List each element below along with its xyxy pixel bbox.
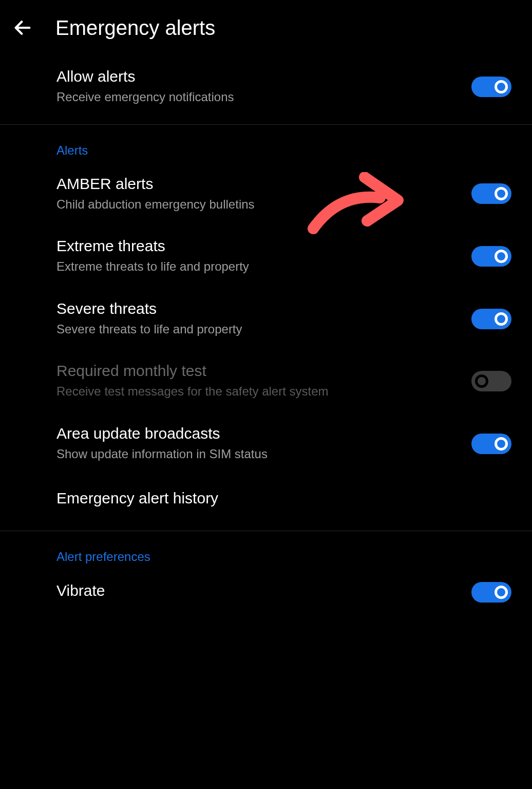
monthly-test-subtitle: Receive test messages for the safety ale… xyxy=(56,383,461,400)
toggle-knob-icon xyxy=(495,312,508,326)
toggle-knob-icon xyxy=(475,374,488,388)
vibrate-row[interactable]: Vibrate xyxy=(0,569,532,615)
allow-alerts-row[interactable]: Allow alerts Receive emergency notificat… xyxy=(0,55,532,118)
arrow-left-icon xyxy=(12,17,33,38)
toggle-knob-icon xyxy=(495,80,508,93)
area-broadcasts-subtitle: Show update information in SIM status xyxy=(56,445,461,463)
page-title: Emergency alerts xyxy=(55,16,215,40)
alerts-section-header: Alerts xyxy=(0,125,532,163)
area-broadcasts-title: Area update broadcasts xyxy=(56,425,461,442)
amber-alerts-title: AMBER alerts xyxy=(56,175,461,193)
monthly-test-title: Required monthly test xyxy=(56,362,461,380)
preferences-section-header: Alert preferences xyxy=(0,531,532,569)
amber-alerts-subtitle: Child abduction emergency bulletins xyxy=(56,196,461,213)
amber-alerts-toggle[interactable] xyxy=(471,183,511,204)
extreme-threats-toggle[interactable] xyxy=(471,246,511,267)
allow-alerts-title: Allow alerts xyxy=(56,68,461,85)
vibrate-text: Vibrate xyxy=(56,582,471,603)
toggle-knob-icon xyxy=(495,586,508,599)
back-button[interactable] xyxy=(10,15,35,40)
extreme-threats-subtitle: Extreme threats to life and property xyxy=(56,258,461,275)
monthly-test-row: Required monthly test Receive test messa… xyxy=(0,350,532,412)
alert-history-row[interactable]: Emergency alert history xyxy=(0,475,532,524)
toggle-knob-icon xyxy=(495,250,508,263)
extreme-threats-title: Extreme threats xyxy=(56,237,461,255)
allow-alerts-subtitle: Receive emergency notifications xyxy=(56,88,461,106)
monthly-test-text: Required monthly test Receive test messa… xyxy=(56,362,471,400)
area-broadcasts-toggle[interactable] xyxy=(471,434,511,454)
toggle-knob-icon xyxy=(495,187,508,200)
area-broadcasts-text: Area update broadcasts Show update infor… xyxy=(56,425,471,463)
allow-alerts-text: Allow alerts Receive emergency notificat… xyxy=(56,68,471,106)
vibrate-title: Vibrate xyxy=(56,582,461,599)
amber-alerts-text: AMBER alerts Child abduction emergency b… xyxy=(56,175,471,213)
alert-history-title: Emergency alert history xyxy=(56,490,501,507)
severe-threats-subtitle: Severe threats to life and property xyxy=(56,321,461,338)
toggle-knob-icon xyxy=(495,437,508,450)
alert-history-text: Emergency alert history xyxy=(56,490,511,510)
extreme-threats-text: Extreme threats Extreme threats to life … xyxy=(56,237,471,275)
severe-threats-title: Severe threats xyxy=(56,300,461,317)
extreme-threats-row[interactable]: Extreme threats Extreme threats to life … xyxy=(0,225,532,288)
amber-alerts-row[interactable]: AMBER alerts Child abduction emergency b… xyxy=(0,163,532,226)
vibrate-toggle[interactable] xyxy=(471,582,511,603)
severe-threats-row[interactable]: Severe threats Severe threats to life an… xyxy=(0,288,532,350)
monthly-test-toggle xyxy=(471,371,511,391)
allow-alerts-toggle[interactable] xyxy=(471,77,511,97)
page-header: Emergency alerts xyxy=(0,0,532,55)
area-broadcasts-row[interactable]: Area update broadcasts Show update infor… xyxy=(0,412,532,475)
severe-threats-text: Severe threats Severe threats to life an… xyxy=(56,300,471,338)
severe-threats-toggle[interactable] xyxy=(471,309,511,329)
